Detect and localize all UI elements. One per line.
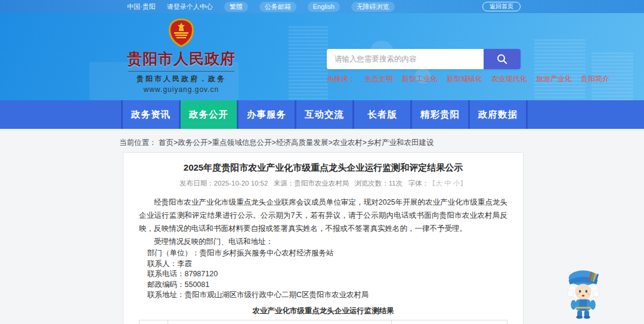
header-banner: 贵阳市人民政府 贵阳市人民政府．政务 www.guiyang.gov.cn 热搜… xyxy=(0,13,644,100)
contact-line: 联系地址：贵阳市观山湖区市级行政中心二期C区贵阳市农业农村局 xyxy=(139,290,507,301)
topbar-links: 中国·贵阳请登录个人中心繁體公务邮箱English无障碍浏览 xyxy=(127,2,395,12)
breadcrumb: 当前位置： 首页>政务公开>重点领域信息公开>经济高质量发展>农业农村>乡村产业… xyxy=(119,138,434,148)
hot-search-term[interactable]: 农业现代化 xyxy=(491,74,527,84)
search-button[interactable] xyxy=(484,49,521,69)
article-card: 2025年度贵阳市农业产业化市级重点龙头企业运行监测和评定结果公示 发布日期：2… xyxy=(123,152,524,324)
nav-item[interactable]: 政务公开 xyxy=(179,100,237,129)
topbar-link[interactable]: 繁體 xyxy=(224,2,248,12)
table-header-cell: 企业名称 xyxy=(168,320,392,324)
topbar-link[interactable]: 无障碍浏览 xyxy=(351,2,395,12)
monitoring-results-table: 序号企业名称监测结果 1贵州合力超市采购有限公司合格2贵州友禾种业有限公司合格3… xyxy=(139,320,507,324)
topbar-link[interactable]: 请登录个人中心 xyxy=(167,2,213,11)
breadcrumb-path[interactable]: 首页>政务公开>重点领域信息公开>经济高质量发展>农业农村>乡村产业和农田建设 xyxy=(159,138,434,147)
topbar: 中国·贵阳请登录个人中心繁體公务邮箱English无障碍浏览 返回首页 xyxy=(0,0,644,13)
font-size-label: 字体： xyxy=(408,180,429,187)
article-paragraph: 经贵阳市农业产业化市级重点龙头企业联席会议成员单位审定，现对2025年开展的农业… xyxy=(139,196,507,235)
article-title: 2025年度贵阳市农业产业化市级重点龙头企业运行监测和评定结果公示 xyxy=(139,162,507,174)
nav-item[interactable]: 政府数据 xyxy=(468,100,528,129)
contact-line: 联系人：李霞 xyxy=(139,259,507,270)
mascot-assistant[interactable] xyxy=(562,266,605,320)
table-caption: 农业产业化市级重点龙头企业运行监测结果 xyxy=(139,306,507,316)
article-paragraph: 受理情况反映的部门、电话和地址： xyxy=(139,235,507,248)
site-title: 贵阳市人民政府 xyxy=(127,49,236,69)
contact-lines: 部门（单位）：贵阳市乡村振兴服务中心农村经济服务站联系人：李霞联系电话：8798… xyxy=(139,248,507,301)
breadcrumb-label: 当前位置： xyxy=(119,138,157,147)
logo-divider xyxy=(128,71,234,72)
skyline-building xyxy=(534,39,586,100)
contact-line: 邮政编码：550081 xyxy=(139,280,507,291)
site-url: www.guiyang.gov.cn xyxy=(127,85,236,94)
contact-line: 联系电话：87987120 xyxy=(139,269,507,280)
nav-item[interactable]: 政务资讯 xyxy=(121,100,179,129)
font-size-control[interactable]: 【大 中 小】 xyxy=(429,180,467,187)
view-count: 浏览次数：11次 xyxy=(354,180,402,187)
hot-search-term[interactable]: 新型工业化 xyxy=(402,74,438,84)
table-header-cell: 序号 xyxy=(140,320,168,324)
return-home-button[interactable]: 返回首页 xyxy=(482,2,521,11)
hot-search-term[interactable]: 生态文明 xyxy=(364,74,393,84)
article-meta: 发布日期：2025-10-20 10:52 来源：贵阳市农业农村局 浏览次数：1… xyxy=(139,179,507,188)
table-header-cell: 监测结果 xyxy=(392,320,507,324)
topbar-link[interactable]: 公务邮箱 xyxy=(259,2,296,12)
contact-line: 部门（单位）：贵阳市乡村振兴服务中心农村经济服务站 xyxy=(139,248,507,259)
article-source: 来源：贵阳市农业农村局 xyxy=(274,180,349,187)
nav-item[interactable]: 互动交流 xyxy=(295,100,352,129)
hot-search: 热搜词： 生态文明新型工业化新型城镇化农业现代化旅游产业化贵阳简介 xyxy=(327,74,521,84)
nav-item[interactable]: 精彩贵阳 xyxy=(410,100,468,129)
hot-search-term[interactable]: 旅游产业化 xyxy=(536,74,572,84)
main-nav: 政务资讯政务公开办事服务互动交流长者版精彩贵阳政府数据 xyxy=(0,100,644,129)
site-logo[interactable]: 贵阳市人民政府 贵阳市人民政府．政务 www.guiyang.gov.cn xyxy=(127,18,236,94)
search-input[interactable] xyxy=(327,49,484,69)
hot-search-term[interactable]: 贵阳简介 xyxy=(581,74,609,84)
search-icon xyxy=(496,53,508,65)
search-bar: 热搜词： 生态文明新型工业化新型城镇化农业现代化旅游产业化贵阳简介 xyxy=(327,49,521,84)
skyline-building xyxy=(289,26,328,100)
topbar-link[interactable]: English xyxy=(308,2,340,12)
publish-date: 发布日期：2025-10-20 10:52 xyxy=(179,180,268,187)
nav-item[interactable]: 长者版 xyxy=(352,100,410,129)
nav-item[interactable]: 办事服务 xyxy=(237,100,295,129)
site-subtitle: 贵阳市人民政府．政务 xyxy=(127,74,236,84)
national-emblem-icon xyxy=(168,18,195,48)
hot-search-label: 热搜词： xyxy=(327,74,355,84)
topbar-link[interactable]: 中国·贵阳 xyxy=(127,2,156,11)
hot-search-term[interactable]: 新型城镇化 xyxy=(447,74,482,84)
table-header-row: 序号企业名称监测结果 xyxy=(140,320,507,324)
hot-search-terms: 生态文明新型工业化新型城镇化农业现代化旅游产业化贵阳简介 xyxy=(364,74,609,84)
